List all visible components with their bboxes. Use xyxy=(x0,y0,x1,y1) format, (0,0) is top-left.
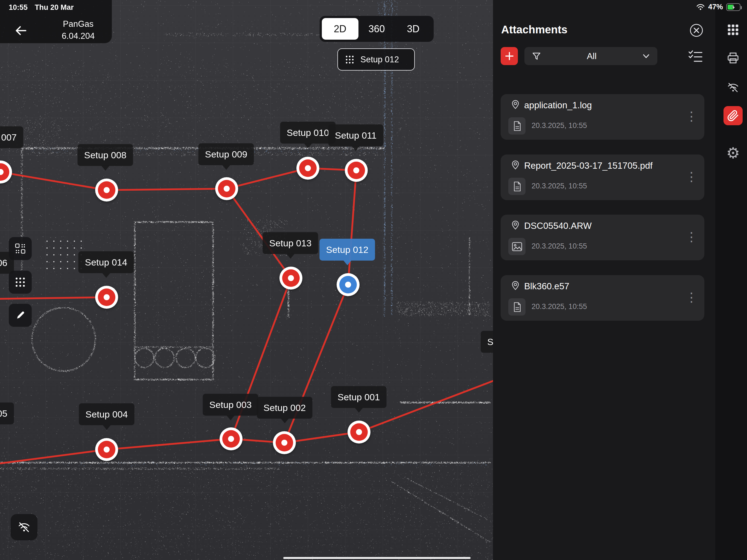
battery-percent: 47% xyxy=(708,3,723,11)
setup-pin[interactable] xyxy=(95,438,118,461)
attachment-date: 20.3.2025, 10:55 xyxy=(532,182,587,190)
back-arrow-icon xyxy=(14,24,28,38)
setup-pin[interactable] xyxy=(0,160,12,183)
setup-pin[interactable] xyxy=(337,273,360,296)
wifi-icon xyxy=(696,4,705,11)
attachment-card[interactable]: application_1.log 20.3.2025, 10:55 ⋮ xyxy=(500,94,704,140)
project-version: 6.04.204 xyxy=(46,30,110,42)
back-button[interactable] xyxy=(14,24,28,38)
location-pin-icon xyxy=(510,280,521,291)
offline-status-button[interactable] xyxy=(725,80,741,95)
layout-views-button[interactable] xyxy=(9,237,32,260)
settings-button[interactable]: ⚙ xyxy=(725,146,741,161)
setup-label-partial[interactable]: S xyxy=(481,331,493,353)
setup-label[interactable]: Setup 001 xyxy=(331,386,386,408)
file-type-icon-tile xyxy=(508,238,525,255)
edit-button[interactable] xyxy=(9,304,32,327)
setup-label[interactable]: Setup 010 xyxy=(280,122,335,144)
print-button[interactable] xyxy=(725,50,741,66)
view-mode-switcher: 2D 360 3D xyxy=(319,16,434,42)
setup-pin[interactable] xyxy=(297,157,319,180)
more-options-button[interactable]: ⋮ xyxy=(685,110,698,123)
wifi-off-icon xyxy=(727,81,739,94)
battery-icon xyxy=(726,3,741,11)
setup-pin[interactable] xyxy=(279,266,302,289)
setup-label-text: Setup 005 xyxy=(0,408,7,418)
attachment-card[interactable]: Blk360.e57 20.3.2025, 10:55 ⋮ xyxy=(500,275,704,321)
setup-label[interactable]: Setup 014 xyxy=(78,251,134,273)
attachment-card[interactable]: Report_2025-03-17_151705.pdf 20.3.2025, … xyxy=(500,154,704,200)
paperclip-icon xyxy=(727,110,739,122)
attachment-date: 20.3.2025, 10:55 xyxy=(532,302,587,311)
setup-pin[interactable] xyxy=(95,286,118,309)
setup-label-text: Setup 012 xyxy=(326,245,368,255)
point-cloud-map-area[interactable]: Setup 007 Setup 008 Setup 009 Setup 010 … xyxy=(0,0,493,560)
multi-select-button[interactable] xyxy=(688,49,703,64)
offline-mode-button[interactable] xyxy=(11,514,37,540)
setup-label-text: Setup 007 xyxy=(0,132,17,143)
setup-label[interactable]: Setup 009 xyxy=(198,143,254,165)
status-bar-left: 10:55 Thu 20 Mar xyxy=(9,3,74,12)
selected-setup-label: Setup 012 xyxy=(360,55,399,65)
apps-grid-button[interactable] xyxy=(725,22,741,37)
more-options-button[interactable]: ⋮ xyxy=(685,170,698,183)
chevron-down-icon xyxy=(641,52,651,60)
setup-label[interactable]: Setup 003 xyxy=(203,394,258,416)
setup-label-text: Setup 004 xyxy=(85,409,128,419)
gear-icon: ⚙ xyxy=(726,146,740,161)
setup-label-text: Setup 011 xyxy=(335,130,377,141)
close-panel-button[interactable] xyxy=(689,23,704,38)
setup-pin[interactable] xyxy=(345,159,368,182)
add-attachment-button[interactable] xyxy=(500,47,518,65)
location-pin-icon xyxy=(510,159,521,170)
setup-label[interactable]: Setup 011 xyxy=(328,124,383,146)
filter-funnel-icon xyxy=(531,51,542,61)
setup-label[interactable]: Setup 008 xyxy=(77,144,133,166)
document-icon xyxy=(512,302,522,312)
selected-setup-chip[interactable]: Setup 012 xyxy=(337,48,415,71)
setup-label[interactable]: Setup 013 xyxy=(262,232,318,254)
plus-icon xyxy=(504,51,515,61)
file-type-icon-tile xyxy=(508,298,525,315)
setup-label-text: Setup 013 xyxy=(269,238,311,248)
setup-pin[interactable] xyxy=(347,421,370,443)
setup-label-text: S xyxy=(487,337,493,347)
setup-pin[interactable] xyxy=(215,177,238,200)
setup-label[interactable]: Setup 002 xyxy=(257,397,312,418)
horizontal-scrollbar[interactable] xyxy=(283,557,470,559)
setup-label-text: Setup 006 xyxy=(0,258,7,268)
setup-label[interactable]: Setup 007 xyxy=(0,126,23,148)
attachment-date: 20.3.2025, 10:55 xyxy=(532,242,587,251)
more-options-button[interactable]: ⋮ xyxy=(685,230,698,243)
more-options-button[interactable]: ⋮ xyxy=(685,291,698,304)
setup-label-text: Setup 014 xyxy=(85,257,127,268)
setup-label-text: Setup 010 xyxy=(287,127,329,138)
right-tool-rail: ⚙ xyxy=(715,0,747,560)
setup-pin[interactable] xyxy=(220,427,242,450)
setup-pin[interactable] xyxy=(95,179,118,202)
move-setup-button[interactable] xyxy=(9,271,32,294)
app-root: Setup 007 Setup 008 Setup 009 Setup 010 … xyxy=(0,0,747,560)
tab-2d[interactable]: 2D xyxy=(322,18,358,40)
setup-label-partial[interactable]: Setup 005 xyxy=(0,403,14,424)
apps-grid-icon xyxy=(727,24,739,36)
setup-label[interactable]: Setup 012 xyxy=(319,239,375,261)
close-icon xyxy=(689,23,704,38)
setup-label[interactable]: Setup 004 xyxy=(79,403,134,425)
attachment-filename: Blk360.e57 xyxy=(524,281,569,291)
setup-label-text: Setup 002 xyxy=(263,403,306,413)
charging-bolt-icon xyxy=(730,4,737,11)
tab-360[interactable]: 360 xyxy=(358,18,395,40)
filter-dropdown[interactable]: All xyxy=(524,47,657,65)
tab-3d[interactable]: 3D xyxy=(395,18,432,40)
attachment-filename: Report_2025-03-17_151705.pdf xyxy=(524,160,653,171)
attachments-tool-button-active[interactable] xyxy=(723,106,743,125)
attachment-card[interactable]: DSC05540.ARW 20.3.2025, 10:55 ⋮ xyxy=(500,215,704,260)
setup-pin[interactable] xyxy=(273,431,296,454)
location-pin-icon xyxy=(510,219,521,230)
project-title-block: PanGas 6.04.204 xyxy=(46,18,110,42)
pencil-icon xyxy=(15,309,26,321)
file-type-icon-tile xyxy=(508,178,525,195)
attachment-filename: application_1.log xyxy=(524,100,592,110)
project-title: PanGas xyxy=(46,18,110,30)
